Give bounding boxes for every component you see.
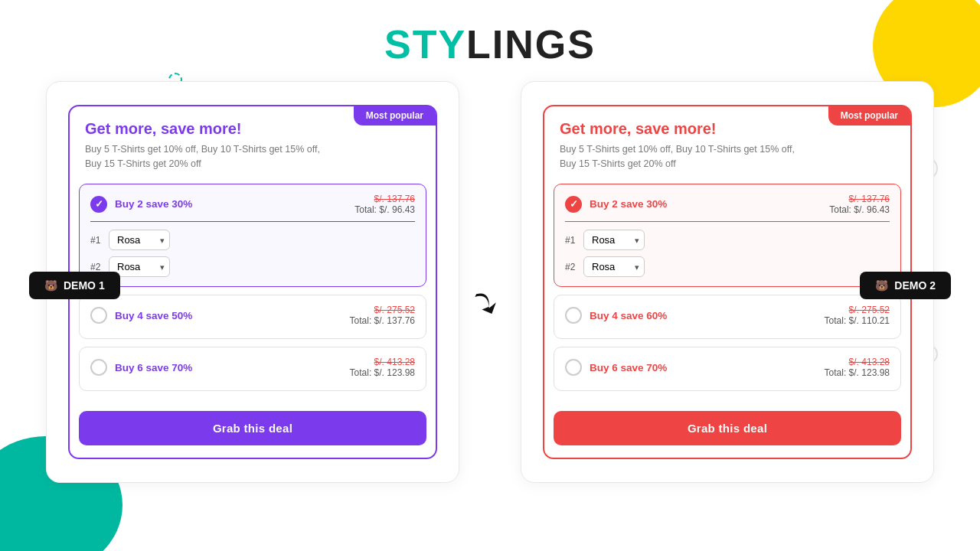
deal-card-1: Most popular Get more, save more! Buy 5 …	[68, 105, 437, 459]
card1-dropdowns: #1 Rosa Azul Verde Negro Blanco	[90, 230, 415, 277]
card2-dropdown1-wrapper: Rosa Azul Verde Negro Blanco	[583, 230, 645, 250]
card2-option-3[interactable]: Buy 6 save 70% $/. 413.28 Total: $/. 123…	[554, 347, 901, 391]
card2-dropdown1-num: #1	[565, 235, 577, 246]
card2-option1-label: Buy 2 save 30%	[590, 198, 667, 210]
card2-option1-original: $/. 137.76	[829, 194, 890, 204]
card2-divider	[565, 221, 890, 223]
card2-dropdowns: #1 Rosa Azul Verde Negro Blanco	[565, 230, 890, 277]
card1-option3-total: Total: $/. 123.98	[350, 367, 415, 378]
card2-option3-total: Total: $/. 123.98	[825, 367, 890, 378]
card1-grab-button[interactable]: Grab this deal	[79, 411, 426, 445]
card2-option3-label: Buy 6 save 70%	[590, 362, 667, 373]
card2-option2-original: $/. 275.52	[825, 305, 890, 315]
card1-option1-original: $/. 137.76	[354, 194, 415, 204]
card1-option3-original: $/. 413.28	[350, 357, 415, 367]
card2-check-1: ✓	[565, 196, 582, 213]
card2-option2-label: Buy 4 save 60%	[590, 310, 667, 321]
site-title: STYLINGS	[0, 21, 980, 67]
card1-option1-total: Total: $/. 96.43	[354, 204, 415, 215]
card1-badge: Most popular	[354, 106, 436, 126]
card1-option1-label: Buy 2 save 30%	[115, 198, 192, 210]
card1-divider	[90, 221, 415, 223]
header: STYLINGS	[0, 0, 980, 81]
card2-option2-total: Total: $/. 110.21	[825, 315, 890, 326]
deal-card-2: Most popular Get more, save more! Buy 5 …	[543, 105, 912, 459]
card2-dropdown1-select[interactable]: Rosa Azul Verde Negro Blanco	[583, 230, 645, 250]
card1-option-2[interactable]: Buy 4 save 50% $/. 275.52 Total: $/. 137…	[79, 295, 426, 339]
card2-radio-2	[565, 307, 582, 324]
card1-dropdown2-row: #2 Rosa Azul Verde Negro Blanco	[90, 256, 415, 277]
card1-option2-original: $/. 275.52	[350, 305, 415, 315]
card1-dropdown1-select[interactable]: Rosa Azul Verde Negro Blanco	[109, 230, 170, 250]
card1-dropdown1-num: #1	[90, 235, 103, 246]
arrow-container	[459, 81, 521, 322]
card2-option-1[interactable]: ✓ Buy 2 save 30% $/. 137.76 Total: $/. 9…	[554, 184, 901, 288]
card2-radio-3	[565, 359, 582, 376]
card1-check-1: ✓	[90, 196, 107, 213]
card2-option3-original: $/. 413.28	[825, 357, 890, 367]
title-lings: LINGS	[466, 22, 596, 67]
card1-option3-prices: $/. 413.28 Total: $/. 123.98	[350, 357, 415, 378]
card1-option-1[interactable]: ✓ Buy 2 save 30% $/. 137.76 Total: $/. 9…	[79, 184, 426, 288]
card1-radio-2	[90, 307, 107, 324]
card1-option3-label: Buy 6 save 70%	[115, 362, 192, 373]
card1-radio-3	[90, 359, 107, 376]
demo1-emoji: 🐻	[44, 279, 57, 292]
card2-dropdown1-row: #1 Rosa Azul Verde Negro Blanco	[565, 230, 890, 250]
card1-dropdown1-row: #1 Rosa Azul Verde Negro Blanco	[90, 230, 415, 250]
demo1-button[interactable]: 🐻 DEMO 1	[29, 272, 120, 299]
title-sty: STY	[384, 22, 466, 67]
card2-option-2[interactable]: Buy 4 save 60% $/. 275.52 Total: $/. 110…	[554, 295, 901, 339]
card2-options: ✓ Buy 2 save 30% $/. 137.76 Total: $/. 9…	[544, 184, 910, 401]
card1-subtitle: Buy 5 T-Shirts get 10% off, Buy 10 T-Shi…	[85, 142, 420, 171]
card2-badge: Most popular	[828, 106, 910, 126]
demo2-emoji: 🐻	[875, 279, 888, 292]
demo1-label: DEMO 1	[64, 279, 105, 292]
card1-options: ✓ Buy 2 save 30% $/. 137.76 Total: $/. 9…	[70, 184, 436, 401]
main-container: Most popular Get more, save more! Buy 5 …	[0, 81, 980, 483]
card1-option2-total: Total: $/. 137.76	[350, 315, 415, 326]
card2-dropdown2-select[interactable]: Rosa Azul Verde Negro Blanco	[583, 256, 645, 277]
card2-dropdown2-row: #2 Rosa Azul Verde Negro Blanco	[565, 256, 890, 277]
card1-option2-label: Buy 4 save 50%	[115, 310, 192, 321]
demo2-button[interactable]: 🐻 DEMO 2	[860, 272, 951, 299]
card2-dropdown2-num: #2	[565, 262, 577, 272]
card2-option2-prices: $/. 275.52 Total: $/. 110.21	[825, 305, 890, 326]
card2-option1-prices: $/. 137.76 Total: $/. 96.43	[829, 194, 890, 215]
card2-subtitle: Buy 5 T-Shirts get 10% off, Buy 10 T-Shi…	[560, 142, 895, 171]
arrow-icon	[469, 280, 511, 322]
card1-option2-prices: $/. 275.52 Total: $/. 137.76	[350, 305, 415, 326]
card1-dropdown2-num: #2	[90, 262, 103, 272]
card2-option3-prices: $/. 413.28 Total: $/. 123.98	[825, 357, 890, 378]
card2-option1-total: Total: $/. 96.43	[829, 204, 890, 215]
card1-option1-prices: $/. 137.76 Total: $/. 96.43	[354, 194, 415, 215]
card2-dropdown2-wrapper: Rosa Azul Verde Negro Blanco	[583, 256, 645, 277]
card1-option-3[interactable]: Buy 6 save 70% $/. 413.28 Total: $/. 123…	[79, 347, 426, 391]
demo2-label: DEMO 2	[894, 279, 936, 292]
card1-dropdown1-wrapper: Rosa Azul Verde Negro Blanco	[109, 230, 170, 250]
card2-grab-button[interactable]: Grab this deal	[554, 411, 901, 445]
